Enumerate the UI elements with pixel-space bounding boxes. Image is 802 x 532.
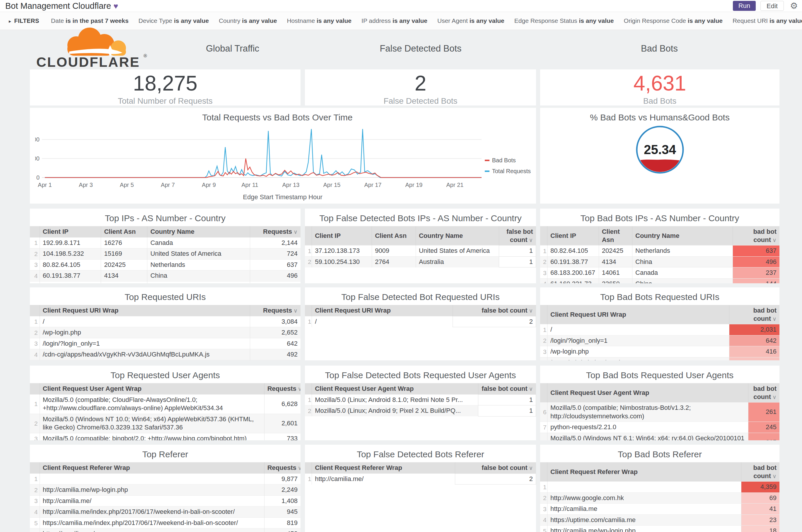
table-cell[interactable]: 496 xyxy=(733,256,780,267)
filter-hostname[interactable]: Hostname is any value xyxy=(287,17,351,24)
filter-edge-response-status[interactable]: Edge Response Status is any value xyxy=(514,17,614,24)
table-row[interactable]: 3http://camilia.me/1,408 xyxy=(30,495,301,507)
gauge-card[interactable]: % Bad Bots vs Humans&Good Bots 25.34 xyxy=(540,108,780,204)
table-cell[interactable]: 458 xyxy=(264,529,301,532)
table-cell[interactable]: /wp-login.php xyxy=(548,346,729,357)
table-cell[interactable]: 192.99.8.171 xyxy=(40,237,101,248)
table-cell[interactable]: 2,144 xyxy=(250,237,301,248)
table-cell[interactable]: Canada xyxy=(632,267,733,279)
table-row[interactable]: 3/login/?login_only=1642 xyxy=(30,338,301,349)
table-cell[interactable]: 1,408 xyxy=(264,495,301,507)
filter-origin-response-code[interactable]: Origin Response Code is any value xyxy=(624,17,723,24)
table-cell[interactable]: 4,359 xyxy=(741,481,780,493)
column-header[interactable]: false bot count∨ xyxy=(455,462,536,473)
table-cell[interactable]: 483 xyxy=(250,360,301,360)
table-cell[interactable]: China xyxy=(632,278,733,283)
table-cell[interactable]: / xyxy=(312,316,453,327)
table-cell[interactable]: Mozilla/5.0 (Linux; Android 8.1.0; Redmi… xyxy=(312,394,478,405)
table-cell[interactable]: 1 xyxy=(499,256,536,267)
table-cell[interactable]: 104.198.5.232 xyxy=(40,248,101,260)
table-cell[interactable] xyxy=(40,473,264,484)
column-header[interactable]: Client Asn xyxy=(101,226,147,237)
table-cell[interactable]: 80.82.64.105 xyxy=(548,246,599,256)
table-row[interactable]: 1http://camilia.me/2 xyxy=(305,473,536,484)
table-cell[interactable]: Canada xyxy=(147,237,250,248)
column-header[interactable]: bad bot count∨ xyxy=(729,305,780,324)
table-cell[interactable]: 202425 xyxy=(101,259,147,270)
table-row[interactable]: 5https://camilia.me/index.php/2017/06/17… xyxy=(30,517,301,529)
table-cell[interactable]: 23650 xyxy=(599,278,632,283)
table-cell[interactable]: 2,249 xyxy=(264,484,301,496)
table-cell[interactable]: 642 xyxy=(729,335,780,346)
table-row[interactable]: 19,877 xyxy=(30,473,301,484)
table-row[interactable]: 2104.198.5.23215169United States of Amer… xyxy=(30,248,301,260)
filter-user-agent[interactable]: User Agent is any value xyxy=(437,17,504,24)
table-cell[interactable]: /login/?login_only=1 xyxy=(40,338,250,349)
table-cell[interactable]: 733 xyxy=(264,433,301,440)
table-row[interactable]: 2http://camilia.me/wp-login.php2,249 xyxy=(30,484,301,496)
table-row[interactable]: 259.100.254.1302764Australia1 xyxy=(305,256,536,267)
table-cell[interactable]: China xyxy=(147,270,250,282)
table-row[interactable]: 1/2,031 xyxy=(540,324,780,336)
table-cell[interactable]: https://uptime.com/camilia.me xyxy=(548,514,741,526)
table-cell[interactable]: 6,628 xyxy=(264,394,301,414)
table-cell[interactable]: 16276 xyxy=(101,237,147,248)
table-cell[interactable]: 19165 xyxy=(101,281,147,283)
table-cell[interactable]: 61.160.221.73 xyxy=(548,278,599,283)
table-cell[interactable]: 1 xyxy=(478,405,536,417)
column-header[interactable]: bad bot count∨ xyxy=(733,226,780,246)
table-cell[interactable]: 492 xyxy=(250,349,301,360)
table-row[interactable]: 1Mozilla/5.0 (Linux; Android 8.1.0; Redm… xyxy=(305,394,536,405)
table-cell[interactable]: 68.183.200.167 xyxy=(548,267,599,279)
column-header[interactable]: Requests∨ xyxy=(264,383,301,394)
table-row[interactable]: 380.82.64.105202425Netherlands637 xyxy=(30,259,301,270)
table-row[interactable]: 137.120.138.1739009United States of Amer… xyxy=(305,246,536,256)
table-row[interactable]: 2Mozilla/5.0 (Windows NT 10.0; Win64; x6… xyxy=(30,414,301,433)
column-header[interactable]: Client Request Referer Wrap xyxy=(548,462,741,481)
filter-date[interactable]: Date is in the past 7 weeks xyxy=(51,17,129,24)
table-cell[interactable] xyxy=(548,481,741,493)
column-header[interactable]: Country Name xyxy=(632,226,733,246)
table-cell[interactable]: 724 xyxy=(250,248,301,260)
kpi-false-detected[interactable]: 2 False Detected Bots xyxy=(305,70,536,106)
table-cell[interactable]: 9009 xyxy=(372,246,416,256)
table-cell[interactable]: 1 xyxy=(499,246,536,256)
column-header[interactable]: Country Name xyxy=(416,226,499,246)
column-header[interactable]: Client Request Referer Wrap xyxy=(40,462,264,473)
column-header[interactable]: false bot count∨ xyxy=(453,305,536,316)
table-cell[interactable]: 637 xyxy=(250,259,301,270)
table-cell[interactable]: /wp-login.php xyxy=(40,327,250,338)
column-header[interactable]: bad bot count∨ xyxy=(748,383,780,402)
table-row[interactable]: 6https://camilia.me/458 xyxy=(30,529,301,532)
table-row[interactable]: 4https://uptime.com/camilia.me23 xyxy=(540,514,780,526)
table-row[interactable]: 2/wp-login.php2,652 xyxy=(30,327,301,338)
table-cell[interactable]: 60.191.38.77 xyxy=(548,256,599,267)
table-row[interactable]: 461.160.221.7323650China144 xyxy=(540,278,780,283)
table-row[interactable]: 7python-requests/2.21.0245 xyxy=(540,422,780,433)
table-cell[interactable]: /cdn-cgi/apps/head/xVgyKhR-vV3dAUGhMqfBc… xyxy=(40,349,250,360)
table-row[interactable]: 2http://www.google.com.hk69 xyxy=(540,492,780,504)
table-cell[interactable]: 237 xyxy=(733,267,780,279)
table-cell[interactable]: http://camilia.me/wp-login.php xyxy=(548,526,741,532)
table-cell[interactable]: Mozilla/5.0 (Windows NT 10.0; Win64; x64… xyxy=(40,414,264,433)
table-row[interactable]: 460.191.38.774134China496 xyxy=(30,270,301,282)
column-header[interactable]: Requests∨ xyxy=(250,226,301,237)
table-cell[interactable]: 416 xyxy=(729,346,780,357)
table-cell[interactable]: 60.191.38.77 xyxy=(40,270,101,282)
table-row[interactable]: 2Mozilla/5.0 (Linux; Android 9; Pixel 2 … xyxy=(305,405,536,417)
table-row[interactable]: 6Mozilla/5.0 (compatible; Nimbostratus-B… xyxy=(540,402,780,422)
table-cell[interactable]: 3,084 xyxy=(250,316,301,327)
column-header[interactable]: Client IP xyxy=(312,226,372,246)
table-cell[interactable]: python-requests/2.21.0 xyxy=(548,422,748,433)
table-row[interactable]: 3http://camilia.me41 xyxy=(540,504,780,515)
table-row[interactable]: 3Mozilla/5.0 (compatible; bingbot/2.0; +… xyxy=(30,433,301,440)
table-row[interactable]: 1/3,084 xyxy=(30,316,301,327)
table-cell[interactable]: /wp-admin/admin-ajax.php xyxy=(548,357,729,360)
filter-country[interactable]: Country is any value xyxy=(219,17,277,24)
table-row[interactable]: 1192.99.8.17116276Canada2,144 xyxy=(30,237,301,248)
table-row[interactable]: 4http://camilia.me/index.php/2017/06/17/… xyxy=(30,507,301,518)
table-cell[interactable]: 642 xyxy=(250,338,301,349)
table-row[interactable]: 5/cdn-cgi/apps/body/3Lh52SjWTQ4HRlErJykH… xyxy=(30,360,301,360)
column-header[interactable]: Client Request URI Wrap xyxy=(548,305,729,324)
table-row[interactable]: 368.183.200.16714061Canada237 xyxy=(540,267,780,279)
